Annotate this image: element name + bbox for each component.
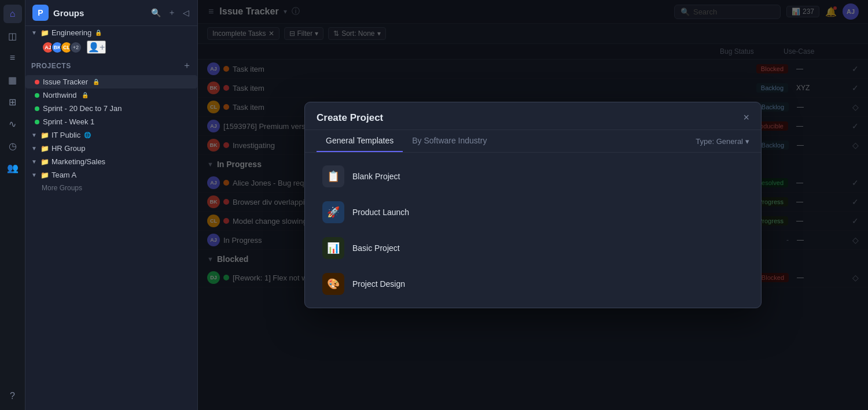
clock-icon-btn[interactable]: ◷ bbox=[3, 136, 22, 155]
sidebar-header-icons: 🔍 ＋ ◁ bbox=[150, 6, 190, 19]
sidebar-back-btn[interactable]: ◁ bbox=[182, 6, 190, 19]
hr-folder-icon: 📁 bbox=[41, 145, 49, 153]
modal-tab-right: Type: General ▾ bbox=[696, 130, 749, 152]
engineering-lock-icon: 🔒 bbox=[95, 29, 102, 36]
main-content: ≡ Issue Tracker ▾ ⓘ 🔍 📊 237 🔔 AJ Incompl… bbox=[198, 0, 868, 410]
sidebar-search-btn[interactable]: 🔍 bbox=[150, 6, 162, 19]
northwind-lock-icon: 🔒 bbox=[82, 92, 89, 98]
engineering-folder-icon: 📁 bbox=[41, 29, 49, 37]
blank-template-icon: 📋 bbox=[322, 165, 344, 187]
home-icon-btn[interactable]: ⌂ bbox=[3, 5, 22, 23]
it-label: IT Public bbox=[52, 131, 80, 139]
sidebar-group-marketing[interactable]: ▼ 📁 Marketing/Sales bbox=[25, 155, 197, 168]
tasks-icon-btn[interactable]: ≡ bbox=[3, 49, 22, 67]
project-lock-icon: 🔒 bbox=[93, 79, 100, 85]
sidebar-header: P Groups 🔍 ＋ ◁ bbox=[25, 0, 197, 26]
calendar-icon-btn[interactable]: ▦ bbox=[3, 71, 22, 89]
project-item-issue-tracker[interactable]: Issue Tracker 🔒 bbox=[25, 75, 197, 88]
launch-template-icon: 🚀 bbox=[322, 201, 344, 223]
template-name-design: Project Design bbox=[352, 279, 405, 289]
project-item-northwind[interactable]: Northwind 🔒 bbox=[25, 88, 197, 102]
help-icon-btn[interactable]: ? bbox=[3, 387, 22, 405]
template-item-blank[interactable]: 📋 Blank Project bbox=[317, 158, 749, 194]
modal-close-btn[interactable]: × bbox=[743, 112, 749, 124]
modal-header: Create Project × bbox=[305, 102, 761, 130]
sprint1-dot bbox=[35, 106, 39, 111]
engineering-caret-icon: ▼ bbox=[31, 29, 37, 36]
filter-icon-btn[interactable]: ⊞ bbox=[3, 93, 22, 111]
teama-caret: ▼ bbox=[31, 172, 37, 178]
tab-general-templates[interactable]: General Templates bbox=[317, 130, 403, 152]
sidebar-group-engineering[interactable]: ▼ 📁 Engineering 🔒 bbox=[25, 26, 197, 39]
project-dot-green bbox=[35, 93, 39, 98]
marketing-folder-icon: 📁 bbox=[41, 158, 49, 166]
inbox-icon-btn[interactable]: ◫ bbox=[3, 27, 22, 45]
marketing-label: Marketing/Sales bbox=[52, 157, 105, 166]
sidebar-group-it[interactable]: ▼ 📁 IT Public 🌐 bbox=[25, 128, 197, 142]
hr-caret: ▼ bbox=[31, 145, 37, 152]
sidebar-group-hr[interactable]: ▼ 📁 HR Group bbox=[25, 142, 197, 155]
engineering-label: Engineering bbox=[52, 28, 91, 37]
type-selector-label: Type: General bbox=[696, 137, 743, 146]
create-project-modal: Create Project × General Templates By So… bbox=[304, 102, 762, 308]
project-dot-red bbox=[35, 80, 39, 84]
project-name-northwind: Northwind bbox=[43, 91, 77, 99]
sidebar-group-teama[interactable]: ▼ 📁 Team A bbox=[25, 168, 197, 182]
project-name: Issue Tracker bbox=[43, 77, 88, 86]
projects-label: Projects bbox=[31, 62, 71, 70]
type-selector-caret: ▾ bbox=[745, 137, 749, 146]
hr-label: HR Group bbox=[52, 144, 86, 153]
basic-template-icon: 📊 bbox=[322, 237, 344, 259]
avatar-more: +2 bbox=[69, 41, 82, 54]
template-name-launch: Product Launch bbox=[352, 208, 409, 217]
marketing-caret: ▼ bbox=[31, 158, 37, 165]
it-caret: ▼ bbox=[31, 132, 37, 138]
template-item-launch[interactable]: 🚀 Product Launch bbox=[317, 194, 749, 230]
it-globe-icon: 🌐 bbox=[84, 132, 91, 138]
sidebar: P Groups 🔍 ＋ ◁ ▼ 📁 Engineering 🔒 AJ BK C… bbox=[25, 0, 198, 410]
teama-folder-icon: 📁 bbox=[41, 171, 49, 179]
template-item-design[interactable]: 🎨 Project Design bbox=[317, 266, 749, 302]
tab-by-industry[interactable]: By Software Industry bbox=[403, 130, 496, 152]
sprint2-dot bbox=[35, 120, 39, 124]
modal-tabs: General Templates By Software Industry T… bbox=[305, 130, 761, 153]
add-member-btn[interactable]: 👤+ bbox=[87, 40, 106, 54]
projects-header: Projects ＋ bbox=[25, 56, 197, 75]
modal-title: Create Project bbox=[317, 112, 383, 124]
project-item-sprint1[interactable]: Sprint - 20 Dec to 7 Jan bbox=[25, 102, 197, 115]
left-icon-panel: ⌂ ◫ ≡ ▦ ⊞ ∿ ◷ 👥 ? bbox=[0, 0, 25, 410]
teama-label: Team A bbox=[52, 171, 76, 179]
modal-overlay[interactable]: Create Project × General Templates By So… bbox=[198, 0, 868, 410]
sprint1-name: Sprint - 20 Dec to 7 Jan bbox=[43, 104, 122, 113]
template-name-blank: Blank Project bbox=[352, 172, 400, 181]
template-item-basic[interactable]: 📊 Basic Project bbox=[317, 230, 749, 266]
project-item-sprint2[interactable]: Sprint - Week 1 bbox=[25, 115, 197, 128]
engineering-team-avatars: AJ BK CL +2 👤+ bbox=[25, 39, 197, 56]
more-groups-link[interactable]: More Groups bbox=[25, 182, 197, 194]
team-icon-btn[interactable]: 👥 bbox=[3, 158, 22, 177]
it-folder-icon: 📁 bbox=[41, 131, 49, 139]
design-template-icon: 🎨 bbox=[322, 273, 344, 295]
type-selector-btn[interactable]: Type: General ▾ bbox=[696, 137, 749, 146]
modal-body: 📋 Blank Project 🚀 Product Launch 📊 Basic… bbox=[305, 153, 761, 308]
app-logo: P bbox=[32, 5, 49, 21]
template-name-basic: Basic Project bbox=[352, 243, 400, 253]
sidebar-add-btn[interactable]: ＋ bbox=[167, 6, 177, 19]
analytics-icon-btn[interactable]: ∿ bbox=[3, 114, 22, 133]
sidebar-group-title: Groups bbox=[53, 8, 84, 18]
add-project-btn[interactable]: ＋ bbox=[182, 60, 192, 72]
sprint2-name: Sprint - Week 1 bbox=[43, 117, 94, 126]
